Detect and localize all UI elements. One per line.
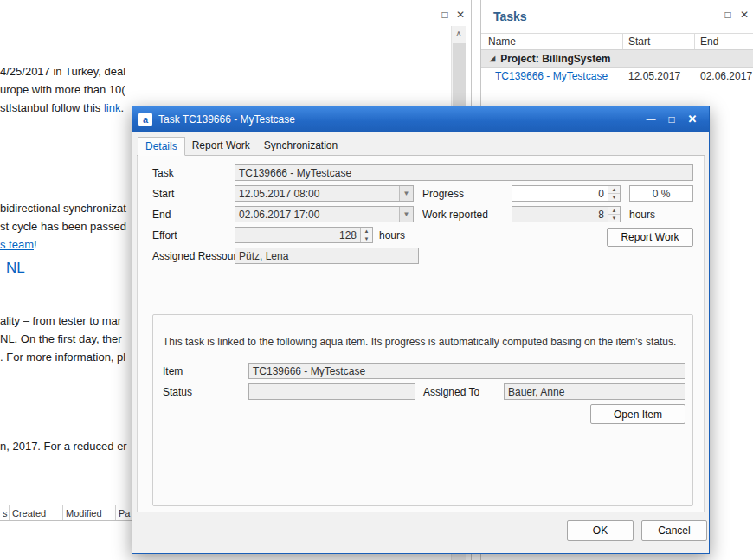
maximize-icon[interactable]: □ — [721, 9, 735, 21]
maximize-icon[interactable]: □ — [661, 111, 682, 128]
spinner-buttons: ▲ ▼ — [608, 207, 620, 222]
effort-value: 128 — [235, 229, 360, 241]
item-label: Item — [163, 365, 183, 377]
newsletter-text: stIstanbul follow this link. — [0, 101, 124, 114]
assigned-resource-field[interactable]: Pütz, Lena — [235, 248, 419, 264]
status-label: Status — [163, 386, 192, 398]
column-name[interactable]: Name — [481, 34, 623, 49]
end-label: End — [152, 209, 171, 221]
hyperlink[interactable]: s team — [0, 238, 34, 251]
cancel-button[interactable]: Cancel — [641, 520, 707, 541]
group-label: Project: BillingSystem — [500, 53, 610, 65]
screen: □ ✕ 4/25/2017 in Turkey, deal urope with… — [0, 0, 753, 560]
spinner-buttons: ▲ ▼ — [360, 228, 372, 242]
task-dialog: a Task TC139666 - MyTestcase — □ ✕ Detai… — [132, 106, 710, 554]
section-heading: NL — [6, 260, 25, 277]
chevron-down-icon[interactable]: ▼ — [399, 186, 413, 201]
minimize-icon[interactable]: — — [640, 111, 661, 128]
newsletter-text: . — [120, 101, 124, 114]
grid-column[interactable]: Modified — [63, 505, 116, 520]
newsletter-text: 4/25/2017 in Turkey, deal — [0, 65, 126, 78]
spinner-up-icon: ▲ — [361, 228, 372, 235]
column-end[interactable]: End — [695, 35, 753, 48]
scroll-up-icon[interactable]: ∧ — [452, 26, 466, 41]
ok-button[interactable]: OK — [567, 520, 634, 541]
effort-spinner: 128 ▲ ▼ — [235, 227, 373, 243]
dialog-title: Task TC139666 - MyTestcase — [158, 113, 640, 126]
group-row[interactable]: ◢ Project: BillingSystem — [481, 50, 753, 68]
task-end-date: 02.06.2017 — [695, 70, 753, 82]
tab-synchronization[interactable]: Synchronization — [257, 137, 344, 155]
column-start[interactable]: Start — [623, 34, 695, 49]
close-icon[interactable]: ✕ — [682, 111, 703, 128]
task-label: Task — [152, 167, 174, 179]
newsletter-text: stIstanbul follow this — [0, 101, 104, 114]
spinner-up-icon[interactable]: ▲ — [608, 186, 620, 194]
assigned-resource-label: Assigned Ressource — [152, 250, 248, 262]
grid-column[interactable]: Created — [10, 505, 63, 520]
start-date-picker[interactable]: 12.05.2017 08:00 ▼ — [235, 185, 414, 202]
newsletter-text: urope with more than 10( — [0, 83, 126, 96]
maximize-icon[interactable]: □ — [438, 9, 452, 21]
spinner-down-icon: ▼ — [608, 215, 620, 222]
spinner-down-icon[interactable]: ▼ — [608, 194, 620, 201]
work-reported-value: 8 — [512, 209, 608, 221]
newsletter-text: . For more information, pl — [0, 351, 126, 364]
assigned-to-field: Bauer, Anne — [504, 383, 685, 400]
end-date-value: 02.06.2017 17:00 — [235, 209, 399, 221]
status-field — [248, 383, 415, 400]
dialog-titlebar[interactable]: a Task TC139666 - MyTestcase — □ ✕ — [132, 106, 709, 132]
expand-triangle-icon[interactable]: ◢ — [490, 55, 495, 62]
spinner-up-icon: ▲ — [608, 207, 620, 215]
tab-strip: Details Report Work Synchronization — [137, 137, 705, 156]
spinner-down-icon: ▼ — [361, 235, 372, 242]
tab-report-work[interactable]: Report Work — [185, 137, 257, 155]
close-icon[interactable]: ✕ — [737, 9, 751, 21]
task-start-date: 12.05.2017 — [623, 70, 695, 82]
app-icon: a — [138, 113, 152, 126]
task-field: TC139666 - MyTestcase — [235, 164, 693, 181]
assigned-to-label: Assigned To — [423, 386, 479, 398]
newsletter-text: bidirectional synchronizat — [0, 202, 126, 215]
end-date-picker[interactable]: 02.06.2017 17:00 ▼ — [235, 206, 414, 222]
hyperlink[interactable]: link — [104, 101, 121, 114]
table-row[interactable]: TC139666 - MyTestcase 12.05.2017 02.06.2… — [481, 68, 753, 85]
tab-details[interactable]: Details — [138, 137, 185, 156]
effort-label: Effort — [152, 229, 177, 241]
chevron-down-icon[interactable]: ▼ — [399, 207, 413, 222]
progress-bar: 0 % — [629, 185, 693, 202]
open-item-button[interactable]: Open Item — [590, 404, 685, 424]
newsletter-text: st cycle has been passed — [0, 220, 126, 233]
report-work-button[interactable]: Report Work — [607, 228, 693, 247]
progress-spinner[interactable]: 0 ▲ ▼ — [512, 185, 621, 202]
start-date-value: 12.05.2017 08:00 — [235, 188, 399, 200]
dialog-body: Details Report Work Synchronization Task… — [132, 132, 709, 553]
newsletter-text: s team! — [0, 238, 37, 251]
close-icon[interactable]: ✕ — [454, 9, 467, 21]
spinner-buttons[interactable]: ▲ ▼ — [608, 186, 620, 201]
work-reported-label: Work reported — [422, 209, 488, 221]
start-label: Start — [152, 188, 174, 200]
newsletter-text: ality – from tester to mar — [0, 314, 121, 327]
tasks-column-header: Name Start End — [481, 33, 753, 50]
linked-item-groupbox: This task is linked to the following aqu… — [152, 314, 693, 506]
panel-title: Tasks — [493, 10, 527, 23]
item-field: TC139666 - MyTestcase — [248, 363, 685, 379]
linked-item-info-text: This task is linked to the following aqu… — [163, 336, 676, 348]
details-tab-content: Task TC139666 - MyTestcase Start 12.05.2… — [137, 156, 705, 512]
grid-column[interactable]: s — [0, 505, 10, 520]
task-link[interactable]: TC139666 - MyTestcase — [481, 70, 623, 82]
work-reported-spinner: 8 ▲ ▼ — [512, 206, 621, 222]
progress-label: Progress — [422, 188, 464, 200]
progress-value[interactable]: 0 — [512, 188, 608, 200]
grid-column-header: s Created Modified Pa — [0, 505, 138, 521]
newsletter-text: ! — [34, 238, 37, 251]
newsletter-text: NL. On the first day, ther — [0, 332, 122, 345]
effort-unit: hours — [379, 229, 405, 241]
work-reported-unit: hours — [629, 209, 655, 221]
newsletter-text: n, 2017. For a reduced er — [0, 440, 127, 453]
